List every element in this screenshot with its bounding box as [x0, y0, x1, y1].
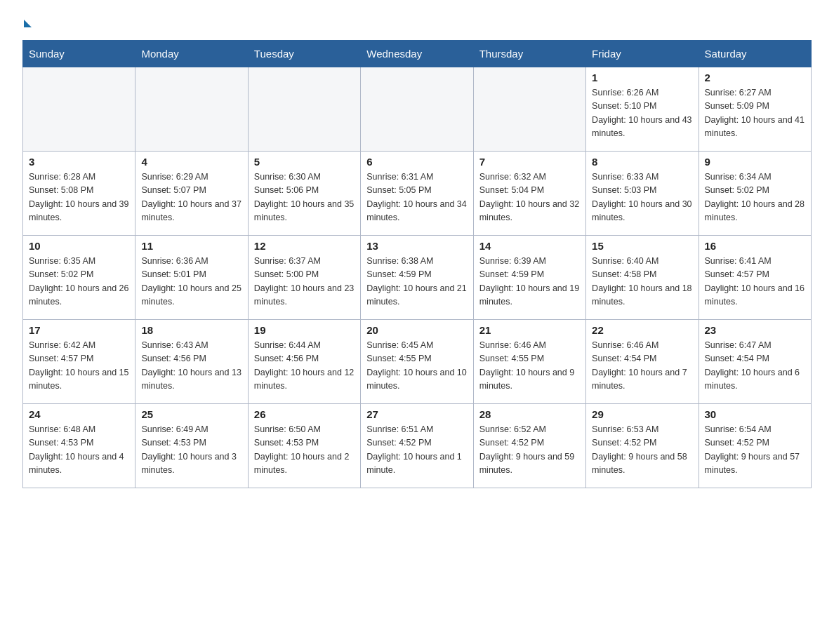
calendar-day-cell: 4Sunrise: 6:29 AM Sunset: 5:07 PM Daylig…: [135, 152, 248, 236]
day-number: 18: [141, 324, 241, 336]
day-info: Sunrise: 6:41 AM Sunset: 4:57 PM Dayligh…: [705, 255, 805, 309]
day-number: 27: [366, 408, 467, 420]
day-number: 30: [705, 408, 805, 420]
calendar-day-cell: 28Sunrise: 6:52 AM Sunset: 4:52 PM Dayli…: [473, 404, 585, 488]
calendar-header-row: SundayMondayTuesdayWednesdayThursdayFrid…: [23, 41, 812, 67]
calendar-day-cell: 6Sunrise: 6:31 AM Sunset: 5:05 PM Daylig…: [361, 152, 473, 236]
day-info: Sunrise: 6:33 AM Sunset: 5:03 PM Dayligh…: [592, 170, 692, 225]
day-info: Sunrise: 6:50 AM Sunset: 4:53 PM Dayligh…: [254, 423, 355, 478]
calendar-day-cell: [248, 67, 360, 152]
day-info: Sunrise: 6:32 AM Sunset: 5:04 PM Dayligh…: [479, 170, 580, 225]
day-of-week-header: Friday: [586, 41, 699, 67]
day-info: Sunrise: 6:46 AM Sunset: 4:54 PM Dayligh…: [592, 339, 692, 394]
calendar-day-cell: 14Sunrise: 6:39 AM Sunset: 4:59 PM Dayli…: [473, 236, 585, 320]
day-number: 19: [254, 324, 355, 336]
day-info: Sunrise: 6:30 AM Sunset: 5:06 PM Dayligh…: [254, 170, 355, 225]
calendar-day-cell: 12Sunrise: 6:37 AM Sunset: 5:00 PM Dayli…: [248, 236, 360, 320]
day-info: Sunrise: 6:45 AM Sunset: 4:55 PM Dayligh…: [366, 339, 467, 394]
day-info: Sunrise: 6:31 AM Sunset: 5:05 PM Dayligh…: [366, 170, 467, 225]
day-number: 6: [366, 156, 467, 168]
calendar-day-cell: 18Sunrise: 6:43 AM Sunset: 4:56 PM Dayli…: [135, 320, 248, 404]
day-info: Sunrise: 6:38 AM Sunset: 4:59 PM Dayligh…: [366, 255, 467, 309]
calendar-day-cell: 29Sunrise: 6:53 AM Sunset: 4:52 PM Dayli…: [586, 404, 699, 488]
calendar-table: SundayMondayTuesdayWednesdayThursdayFrid…: [22, 40, 812, 488]
day-number: 10: [29, 240, 129, 252]
calendar-day-cell: 22Sunrise: 6:46 AM Sunset: 4:54 PM Dayli…: [586, 320, 699, 404]
calendar-day-cell: 8Sunrise: 6:33 AM Sunset: 5:03 PM Daylig…: [586, 152, 699, 236]
page-header: [22, 17, 812, 26]
day-of-week-header: Tuesday: [248, 41, 360, 67]
day-of-week-header: Thursday: [473, 41, 585, 67]
day-number: 15: [592, 240, 692, 252]
calendar-day-cell: 30Sunrise: 6:54 AM Sunset: 4:52 PM Dayli…: [699, 404, 811, 488]
day-info: Sunrise: 6:37 AM Sunset: 5:00 PM Dayligh…: [254, 255, 355, 309]
day-info: Sunrise: 6:52 AM Sunset: 4:52 PM Dayligh…: [479, 423, 580, 478]
calendar-day-cell: 13Sunrise: 6:38 AM Sunset: 4:59 PM Dayli…: [361, 236, 473, 320]
day-number: 7: [479, 156, 580, 168]
calendar-day-cell: 3Sunrise: 6:28 AM Sunset: 5:08 PM Daylig…: [23, 152, 135, 236]
day-number: 28: [479, 408, 580, 420]
day-info: Sunrise: 6:28 AM Sunset: 5:08 PM Dayligh…: [29, 170, 129, 225]
day-number: 5: [254, 156, 355, 168]
day-info: Sunrise: 6:53 AM Sunset: 4:52 PM Dayligh…: [592, 423, 692, 478]
day-number: 21: [479, 324, 580, 336]
day-of-week-header: Monday: [135, 41, 248, 67]
day-number: 14: [479, 240, 580, 252]
calendar-day-cell: 19Sunrise: 6:44 AM Sunset: 4:56 PM Dayli…: [248, 320, 360, 404]
day-number: 17: [29, 324, 129, 336]
calendar-day-cell: 2Sunrise: 6:27 AM Sunset: 5:09 PM Daylig…: [699, 67, 811, 152]
calendar-week-row: 10Sunrise: 6:35 AM Sunset: 5:02 PM Dayli…: [23, 236, 812, 320]
day-number: 12: [254, 240, 355, 252]
day-info: Sunrise: 6:47 AM Sunset: 4:54 PM Dayligh…: [705, 339, 805, 394]
day-number: 9: [705, 156, 805, 168]
calendar-week-row: 17Sunrise: 6:42 AM Sunset: 4:57 PM Dayli…: [23, 320, 812, 404]
day-number: 23: [705, 324, 805, 336]
logo: [22, 17, 32, 26]
calendar-day-cell: 24Sunrise: 6:48 AM Sunset: 4:53 PM Dayli…: [23, 404, 135, 488]
day-of-week-header: Sunday: [23, 41, 135, 67]
calendar-day-cell: 20Sunrise: 6:45 AM Sunset: 4:55 PM Dayli…: [361, 320, 473, 404]
calendar-day-cell: 5Sunrise: 6:30 AM Sunset: 5:06 PM Daylig…: [248, 152, 360, 236]
day-info: Sunrise: 6:51 AM Sunset: 4:52 PM Dayligh…: [366, 423, 467, 478]
day-number: 3: [29, 156, 129, 168]
day-info: Sunrise: 6:35 AM Sunset: 5:02 PM Dayligh…: [29, 255, 129, 309]
day-number: 16: [705, 240, 805, 252]
day-number: 13: [366, 240, 467, 252]
calendar-day-cell: 27Sunrise: 6:51 AM Sunset: 4:52 PM Dayli…: [361, 404, 473, 488]
day-info: Sunrise: 6:43 AM Sunset: 4:56 PM Dayligh…: [141, 339, 241, 394]
calendar-day-cell: 23Sunrise: 6:47 AM Sunset: 4:54 PM Dayli…: [699, 320, 811, 404]
calendar-day-cell: 15Sunrise: 6:40 AM Sunset: 4:58 PM Dayli…: [586, 236, 699, 320]
day-info: Sunrise: 6:48 AM Sunset: 4:53 PM Dayligh…: [29, 423, 129, 478]
calendar-day-cell: [135, 67, 248, 152]
calendar-week-row: 1Sunrise: 6:26 AM Sunset: 5:10 PM Daylig…: [23, 67, 812, 152]
calendar-day-cell: 9Sunrise: 6:34 AM Sunset: 5:02 PM Daylig…: [699, 152, 811, 236]
day-info: Sunrise: 6:46 AM Sunset: 4:55 PM Dayligh…: [479, 339, 580, 394]
day-info: Sunrise: 6:39 AM Sunset: 4:59 PM Dayligh…: [479, 255, 580, 309]
calendar-day-cell: 17Sunrise: 6:42 AM Sunset: 4:57 PM Dayli…: [23, 320, 135, 404]
day-info: Sunrise: 6:54 AM Sunset: 4:52 PM Dayligh…: [705, 423, 805, 478]
calendar-day-cell: 21Sunrise: 6:46 AM Sunset: 4:55 PM Dayli…: [473, 320, 585, 404]
day-number: 2: [705, 72, 805, 83]
day-info: Sunrise: 6:40 AM Sunset: 4:58 PM Dayligh…: [592, 255, 692, 309]
calendar-day-cell: 16Sunrise: 6:41 AM Sunset: 4:57 PM Dayli…: [699, 236, 811, 320]
calendar-day-cell: 10Sunrise: 6:35 AM Sunset: 5:02 PM Dayli…: [23, 236, 135, 320]
day-info: Sunrise: 6:29 AM Sunset: 5:07 PM Dayligh…: [141, 170, 241, 225]
day-number: 25: [141, 408, 241, 420]
day-number: 8: [592, 156, 692, 168]
calendar-day-cell: [361, 67, 473, 152]
day-number: 22: [592, 324, 692, 336]
day-number: 4: [141, 156, 241, 168]
day-info: Sunrise: 6:34 AM Sunset: 5:02 PM Dayligh…: [705, 170, 805, 225]
calendar-day-cell: 26Sunrise: 6:50 AM Sunset: 4:53 PM Dayli…: [248, 404, 360, 488]
day-info: Sunrise: 6:36 AM Sunset: 5:01 PM Dayligh…: [141, 255, 241, 309]
calendar-day-cell: 1Sunrise: 6:26 AM Sunset: 5:10 PM Daylig…: [586, 67, 699, 152]
day-number: 20: [366, 324, 467, 336]
logo-triangle-icon: [24, 20, 32, 27]
calendar-day-cell: 25Sunrise: 6:49 AM Sunset: 4:53 PM Dayli…: [135, 404, 248, 488]
day-number: 24: [29, 408, 129, 420]
day-info: Sunrise: 6:42 AM Sunset: 4:57 PM Dayligh…: [29, 339, 129, 394]
day-info: Sunrise: 6:49 AM Sunset: 4:53 PM Dayligh…: [141, 423, 241, 478]
day-number: 1: [592, 72, 692, 83]
day-info: Sunrise: 6:44 AM Sunset: 4:56 PM Dayligh…: [254, 339, 355, 394]
day-of-week-header: Saturday: [699, 41, 811, 67]
